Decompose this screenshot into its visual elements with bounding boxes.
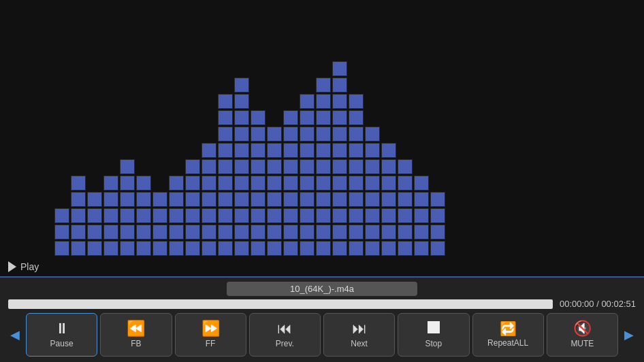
repeat-all-button[interactable]: 🔁 RepeatALL (472, 313, 544, 357)
eq-bar (103, 176, 118, 256)
eq-cell (300, 94, 315, 109)
eq-cell (218, 192, 233, 207)
eq-cell (136, 225, 151, 240)
repeat-all-label: RepeatALL (487, 338, 528, 348)
eq-cell (251, 208, 265, 223)
eq-cell (136, 176, 151, 191)
eq-cell (54, 208, 69, 223)
eq-cell (316, 127, 331, 142)
eq-cell (71, 225, 86, 240)
eq-cell (120, 208, 135, 223)
stop-button[interactable]: Stop (398, 313, 469, 357)
eq-cell (430, 241, 445, 256)
pause-button[interactable]: ⏸ Pause (26, 313, 97, 357)
eq-cell (103, 176, 118, 191)
eq-cell (152, 208, 167, 223)
eq-cell (283, 127, 298, 142)
eq-cell (169, 192, 184, 207)
eq-cell (332, 176, 347, 191)
eq-cell (283, 208, 298, 223)
eq-bar (283, 110, 298, 256)
eq-cell (381, 143, 396, 158)
eq-cell (169, 241, 184, 256)
eq-bar (398, 159, 413, 256)
eq-cell (300, 225, 315, 240)
eq-cell (202, 159, 216, 174)
eq-cell (267, 127, 282, 142)
eq-cell (332, 143, 347, 158)
time-display: 00:00:00 / 00:02:51 (560, 299, 636, 309)
eq-cell (283, 192, 298, 207)
eq-cell (300, 143, 315, 158)
eq-cell (365, 208, 380, 223)
eq-cell (332, 208, 347, 223)
eq-cell (283, 241, 298, 256)
eq-cell (120, 159, 135, 174)
eq-cell (414, 225, 429, 240)
eq-cell (381, 159, 396, 174)
eq-bar (267, 127, 282, 256)
eq-bar (218, 94, 233, 256)
eq-cell (381, 208, 396, 223)
eq-cell (332, 110, 347, 125)
eq-cell (267, 159, 282, 174)
eq-cell (300, 127, 315, 142)
eq-bar (430, 192, 445, 256)
next-label: Next (351, 339, 368, 348)
eq-cell (251, 225, 265, 240)
eq-cell (398, 176, 413, 191)
eq-cell (267, 192, 282, 207)
eq-cell (218, 159, 233, 174)
eq-bar (332, 61, 347, 256)
prev-nav-arrow[interactable]: ◀ (5, 313, 25, 357)
eq-cell (365, 127, 380, 142)
eq-bar (185, 159, 200, 256)
eq-cell (169, 208, 184, 223)
eq-cell (414, 176, 429, 191)
eq-cell (120, 192, 135, 207)
eq-cell (365, 159, 380, 174)
ff-icon: ⏩ (202, 321, 220, 336)
visualizer-area: Play (0, 0, 644, 276)
eq-cell (251, 176, 265, 191)
eq-cell (234, 225, 249, 240)
next-icon: ⏭ (352, 321, 367, 336)
eq-cell (251, 159, 265, 174)
eq-cell (267, 225, 282, 240)
eq-bar (300, 94, 315, 256)
eq-cell (103, 192, 118, 207)
play-label: Play (8, 261, 39, 272)
eq-cell (349, 94, 364, 109)
next-nav-arrow[interactable]: ▶ (619, 313, 639, 357)
prev-button[interactable]: ⏮ Prev. (249, 313, 321, 357)
pause-label: Pause (50, 339, 74, 348)
eq-cell (316, 176, 331, 191)
eq-bar (136, 176, 151, 256)
eq-cell (169, 225, 184, 240)
track-name-row: 10_(64K_)-.m4a (5, 282, 639, 296)
mute-button[interactable]: 🔇 MUTE (547, 313, 618, 357)
eq-cell (185, 241, 200, 256)
eq-cell (381, 176, 396, 191)
eq-cell (332, 94, 347, 109)
fb-label: FB (131, 339, 141, 348)
eq-cell (332, 192, 347, 207)
eq-cell (234, 143, 249, 158)
next-button[interactable]: ⏭ Next (323, 313, 395, 357)
eq-bar (87, 192, 102, 256)
eq-cell (251, 110, 265, 125)
eq-cell (185, 225, 200, 240)
track-name: 10_(64K_)-.m4a (227, 282, 417, 296)
eq-cell (234, 78, 249, 93)
ff-button[interactable]: ⏩ FF (175, 313, 246, 357)
progress-bar[interactable] (8, 299, 553, 309)
eq-cell (87, 192, 102, 207)
eq-bar (71, 176, 86, 256)
eq-cell (283, 176, 298, 191)
fb-button[interactable]: ⏪ FB (100, 313, 172, 357)
eq-cell (332, 127, 347, 142)
eq-cell (103, 225, 118, 240)
eq-cell (103, 241, 118, 256)
prev-icon: ⏮ (277, 321, 292, 336)
eq-cell (300, 241, 315, 256)
